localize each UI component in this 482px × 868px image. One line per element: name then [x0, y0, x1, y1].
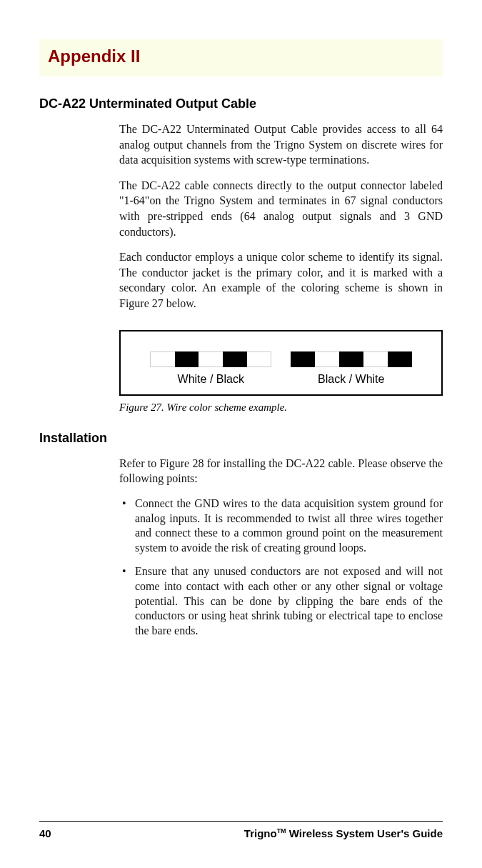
list-item: Ensure that any unused conductors are no… [119, 564, 443, 639]
footer-brand: Trigno [244, 827, 277, 839]
list-item: Connect the GND wires to the data acquis… [119, 497, 443, 556]
section-heading-cable: DC-A22 Unterminated Output Cable [39, 96, 443, 111]
figure-wire-color: White / Black Black / White [119, 330, 443, 396]
paragraph: The DC-A22 cable connects directly to th… [119, 178, 443, 239]
swatch-black-white [291, 351, 412, 367]
paragraph: Each conductor employs a unique color sc… [119, 249, 443, 311]
figure-caption: Figure 27. Wire color scheme example. [119, 401, 443, 414]
trademark-symbol: TM [277, 827, 286, 834]
installation-bullets: Connect the GND wires to the data acquis… [119, 497, 443, 639]
page-footer: 40 TrignoTM Wireless System User's Guide [39, 821, 443, 839]
section-body-cable: The DC-A22 Unterminated Output Cable pro… [119, 121, 443, 414]
paragraph: Refer to Figure 28 for installing the DC… [119, 456, 443, 487]
footer-title: TrignoTM Wireless System User's Guide [244, 827, 443, 839]
section-body-installation: Refer to Figure 28 for installing the DC… [119, 456, 443, 639]
swatch-label-left: White / Black [150, 373, 271, 386]
footer-guide-name: Wireless System User's Guide [286, 827, 443, 839]
appendix-header: Appendix II [39, 39, 443, 76]
swatch-white-black [150, 351, 271, 367]
section-heading-installation: Installation [39, 431, 443, 446]
swatch-label-right: Black / White [291, 373, 412, 386]
paragraph: The DC-A22 Unterminated Output Cable pro… [119, 121, 443, 168]
swatch-labels: White / Black Black / White [134, 373, 428, 386]
appendix-title: Appendix II [48, 46, 434, 66]
swatch-row [134, 351, 428, 367]
page-number: 40 [39, 827, 51, 839]
